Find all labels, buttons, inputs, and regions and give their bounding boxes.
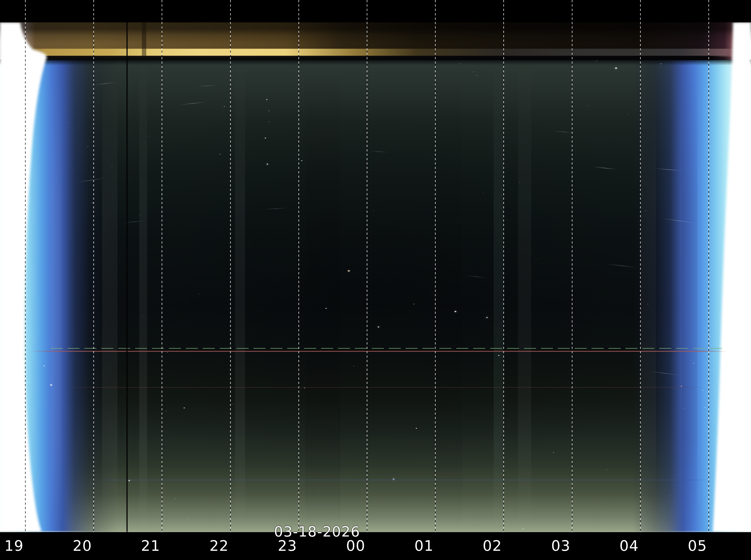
- star-51: [553, 452, 554, 453]
- hour-gridline-21: [161, 0, 162, 560]
- star-61: [68, 123, 69, 123]
- right-white-flare: [713, 22, 751, 532]
- horizontal-line-1: [31, 351, 727, 352]
- hour-label-00: 00: [326, 538, 365, 554]
- star-17: [92, 202, 93, 203]
- star-62: [112, 166, 112, 167]
- hour-label-20: 20: [53, 538, 92, 554]
- star-59: [538, 259, 538, 259]
- hour-gridline-02: [503, 0, 504, 560]
- hour-gridline-01: [435, 0, 436, 560]
- star-50: [393, 479, 394, 480]
- star-34: [232, 403, 233, 404]
- star-24: [325, 308, 327, 309]
- star-41: [129, 480, 130, 481]
- hour-gridline-19: [25, 0, 26, 560]
- star-49: [684, 408, 685, 408]
- hour-label-04: 04: [599, 538, 639, 554]
- vertical-stripe-4: [494, 60, 503, 532]
- star-54: [606, 469, 608, 470]
- star-56: [317, 491, 318, 492]
- vertical-stripe-3: [235, 60, 245, 532]
- star-0: [615, 67, 617, 69]
- star-2: [596, 60, 597, 61]
- hour-gridline-23: [299, 0, 299, 560]
- vertical-stripe-1: [102, 60, 117, 532]
- star-35: [50, 384, 52, 385]
- vertical-stripe-5: [518, 60, 531, 532]
- star-43: [188, 519, 189, 520]
- star-36: [43, 365, 45, 366]
- star-19: [645, 211, 646, 211]
- star-52: [523, 528, 524, 529]
- data-gap-black-line: [127, 22, 128, 532]
- star-28: [486, 317, 488, 318]
- vertical-stripe-2: [139, 60, 147, 532]
- star-55: [670, 495, 671, 495]
- star-15: [269, 121, 270, 122]
- star-42: [175, 498, 175, 499]
- star-5: [476, 75, 477, 76]
- star-30: [304, 387, 305, 388]
- horizontal-line-0: [51, 348, 725, 349]
- star-21: [483, 193, 484, 194]
- hour-label-05: 05: [668, 538, 707, 554]
- horizontal-line-3: [88, 480, 714, 480]
- hour-label-21: 21: [121, 538, 160, 554]
- star-1: [660, 63, 662, 64]
- star-11: [265, 138, 266, 138]
- star-57: [140, 215, 141, 216]
- star-45: [693, 363, 694, 364]
- star-46: [681, 386, 682, 387]
- star-58: [248, 243, 249, 244]
- star-33: [142, 316, 143, 316]
- hour-label-22: 22: [189, 538, 229, 554]
- hour-gridline-05: [708, 0, 709, 560]
- vertical-stripe-7: [305, 60, 340, 532]
- vertical-stripe-6: [640, 60, 656, 532]
- star-18: [519, 182, 520, 183]
- star-12: [267, 164, 268, 165]
- star-4: [473, 72, 474, 72]
- star-60: [647, 304, 649, 304]
- hour-gridline-22: [230, 0, 231, 560]
- star-48: [705, 407, 706, 408]
- star-31: [353, 366, 354, 366]
- star-10: [628, 114, 629, 115]
- vertical-stripe-8: [434, 60, 462, 532]
- hour-gridline-00: [367, 0, 367, 560]
- star-14: [219, 154, 221, 155]
- star-47: [702, 390, 704, 391]
- vertical-stripe-9: [682, 60, 697, 532]
- star-3: [460, 63, 461, 64]
- star-23: [348, 271, 350, 272]
- star-32: [416, 428, 417, 429]
- star-8: [224, 106, 225, 107]
- hour-gridline-03: [572, 0, 573, 560]
- horizontal-line-2: [66, 387, 703, 388]
- vertical-stripe-0: [51, 60, 61, 532]
- star-7: [268, 111, 269, 111]
- hour-gridline-20: [93, 0, 94, 560]
- hour-label-23: 23: [257, 538, 297, 554]
- hour-label-19: 19: [0, 538, 24, 554]
- star-13: [301, 160, 302, 161]
- star-25: [378, 326, 379, 327]
- star-16: [88, 146, 88, 147]
- star-29: [498, 355, 500, 356]
- hour-label-01: 01: [394, 538, 434, 554]
- top-black-margin: [0, 0, 751, 22]
- hour-label-03: 03: [531, 538, 571, 554]
- date-stamp: 03-18-2026: [251, 524, 383, 539]
- keogram-figure: 1920212223000102030405 03-18-2026: [0, 0, 751, 560]
- star-9: [588, 105, 589, 106]
- hour-label-02: 02: [462, 538, 502, 554]
- star-39: [166, 411, 167, 412]
- star-40: [44, 404, 45, 404]
- star-27: [455, 311, 456, 312]
- star-20: [373, 211, 374, 211]
- star-38: [184, 407, 185, 408]
- left-white-flare: [0, 22, 47, 532]
- star-22: [198, 294, 199, 295]
- star-63: [149, 136, 150, 137]
